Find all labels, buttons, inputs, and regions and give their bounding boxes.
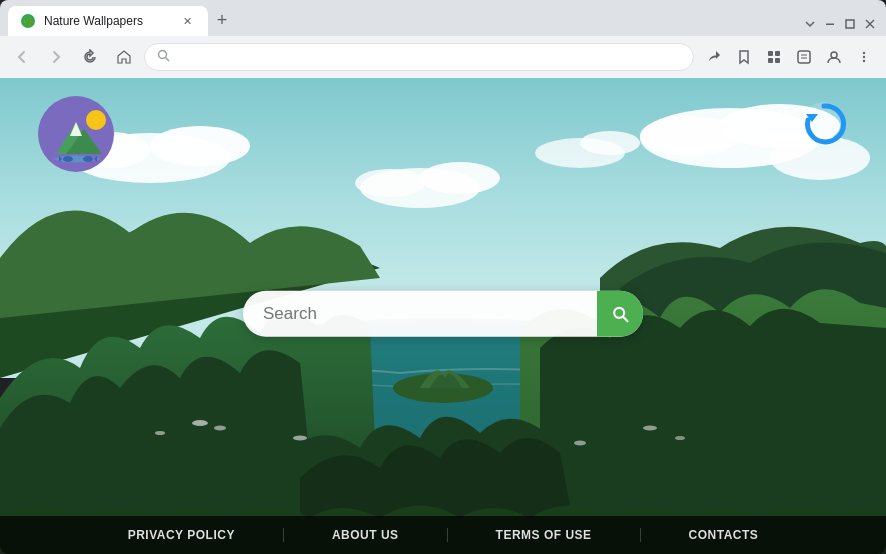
- new-tab-button[interactable]: +: [208, 6, 236, 34]
- active-tab[interactable]: 🌿 Nature Wallpapers ✕: [8, 6, 208, 36]
- svg-point-31: [580, 131, 640, 155]
- svg-point-42: [574, 441, 586, 446]
- address-bar[interactable]: [144, 43, 694, 71]
- svg-text:🌿: 🌿: [23, 16, 35, 28]
- svg-point-6: [159, 51, 167, 59]
- footer-link-about-us[interactable]: ABOUT US: [284, 528, 448, 542]
- svg-point-17: [863, 56, 865, 58]
- tab-title: Nature Wallpapers: [44, 14, 170, 28]
- tab-favicon: 🌿: [20, 13, 36, 29]
- svg-point-15: [831, 52, 837, 58]
- footer-navigation: PRIVACY POLICY ABOUT US TERMS OF USE CON…: [0, 516, 886, 554]
- refresh-button[interactable]: [798, 98, 850, 150]
- profile-icon[interactable]: [820, 43, 848, 71]
- svg-point-39: [155, 431, 165, 435]
- svg-point-40: [643, 426, 657, 431]
- svg-rect-10: [768, 58, 773, 63]
- maximize-button[interactable]: [842, 16, 858, 32]
- svg-point-24: [420, 162, 500, 194]
- svg-point-18: [863, 60, 865, 62]
- tab-strip: 🌿 Nature Wallpapers ✕ +: [8, 6, 802, 36]
- reload-button[interactable]: [76, 43, 104, 71]
- search-input[interactable]: [243, 304, 597, 324]
- close-button[interactable]: [862, 16, 878, 32]
- svg-line-7: [166, 58, 170, 62]
- svg-rect-3: [846, 20, 854, 28]
- svg-point-41: [675, 436, 685, 440]
- footer-link-privacy-policy[interactable]: PRIVACY POLICY: [80, 528, 284, 542]
- svg-rect-2: [826, 24, 834, 26]
- svg-point-21: [150, 126, 250, 166]
- svg-rect-9: [775, 51, 780, 56]
- svg-point-28: [640, 116, 740, 156]
- page-content: PRIVACY POLICY ABOUT US TERMS OF USE CON…: [0, 78, 886, 554]
- back-button[interactable]: [8, 43, 36, 71]
- search-button-icon: [610, 304, 630, 324]
- home-button[interactable]: [110, 43, 138, 71]
- svg-point-25: [355, 169, 425, 197]
- window-controls: [802, 16, 878, 32]
- svg-point-44: [86, 110, 106, 130]
- svg-rect-11: [775, 58, 780, 63]
- address-input[interactable]: [178, 50, 681, 65]
- share-icon[interactable]: [700, 43, 728, 71]
- svg-point-38: [293, 436, 307, 441]
- svg-point-46: [83, 156, 93, 162]
- minimize-button[interactable]: [822, 16, 838, 32]
- search-container: [243, 291, 643, 337]
- svg-point-37: [214, 426, 226, 431]
- extensions-icon[interactable]: [760, 43, 788, 71]
- site-logo: [36, 94, 116, 174]
- svg-point-16: [863, 52, 865, 54]
- svg-point-45: [63, 156, 73, 162]
- search-bar: [243, 291, 643, 337]
- reading-list-icon[interactable]: [790, 43, 818, 71]
- toolbar-icons: [700, 43, 878, 71]
- svg-rect-12: [798, 51, 810, 63]
- navigation-bar: [0, 36, 886, 78]
- title-bar: 🌿 Nature Wallpapers ✕ +: [0, 0, 886, 36]
- svg-rect-8: [768, 51, 773, 56]
- footer-link-contacts[interactable]: CONTACTS: [641, 528, 807, 542]
- bookmark-icon[interactable]: [730, 43, 758, 71]
- browser-frame: 🌿 Nature Wallpapers ✕ +: [0, 0, 886, 554]
- address-search-icon: [157, 49, 170, 65]
- menu-icon[interactable]: [850, 43, 878, 71]
- forward-button[interactable]: [42, 43, 70, 71]
- footer-link-terms-of-use[interactable]: TERMS OF USE: [448, 528, 641, 542]
- svg-point-36: [192, 420, 208, 426]
- tab-close-button[interactable]: ✕: [178, 12, 196, 30]
- search-button[interactable]: [597, 291, 643, 337]
- tab-search-button[interactable]: [802, 16, 818, 32]
